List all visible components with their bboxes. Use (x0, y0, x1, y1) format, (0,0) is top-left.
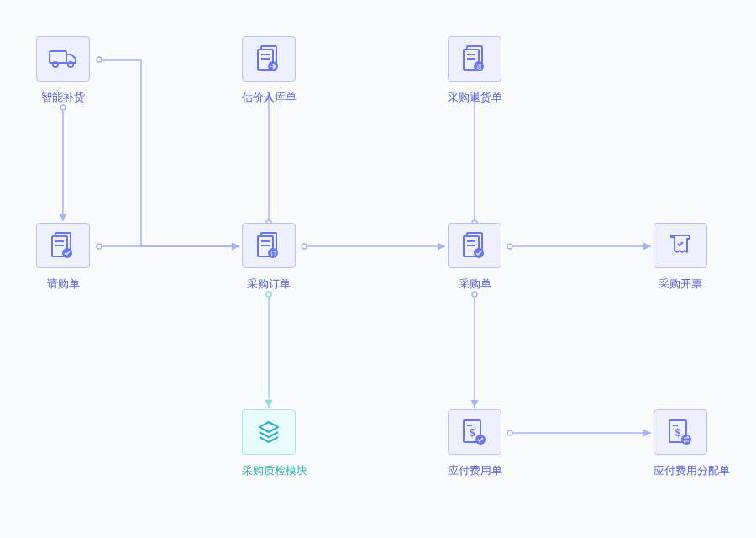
layers-icon (242, 409, 296, 455)
svg-text:退: 退 (476, 64, 482, 70)
svg-point-57 (681, 435, 691, 445)
receipt-icon (654, 223, 707, 268)
svg-point-3 (97, 244, 102, 249)
node-label: 采购单 (448, 277, 501, 292)
document-return-icon: 退 (448, 36, 501, 82)
node-label: 请购单 (36, 277, 90, 292)
svg-point-16 (472, 292, 477, 297)
node-valuation-receipt[interactable]: 估价入库单 (242, 36, 296, 105)
svg-point-22 (68, 62, 73, 67)
svg-point-8 (302, 244, 307, 249)
document-check-icon (36, 223, 90, 268)
document-money-transfer-icon: $ (654, 409, 707, 455)
node-label: 采购退货单 (448, 90, 501, 105)
flow-connections (0, 0, 756, 538)
node-label: 采购订单 (242, 277, 296, 292)
node-purchase-order[interactable]: 订 采购订单 (242, 223, 296, 292)
node-payable-alloc[interactable]: $ 应付费用分配单 (654, 409, 707, 478)
document-order-icon: 订 (242, 223, 296, 268)
svg-rect-20 (50, 51, 66, 63)
node-purchase-invoice[interactable]: 采购开票 (654, 223, 707, 292)
node-smart-replenish[interactable]: 智能补货 (36, 36, 90, 105)
node-label: 采购开票 (654, 277, 707, 292)
node-purchase-request[interactable]: 请购单 (36, 223, 90, 292)
svg-point-21 (53, 62, 58, 67)
svg-point-10 (266, 292, 271, 297)
document-arrow-icon (242, 36, 296, 82)
document-check-icon (448, 223, 501, 268)
svg-point-0 (60, 105, 66, 110)
node-payable-expense[interactable]: $ 应付费用单 (448, 409, 501, 478)
node-label: 智能补货 (36, 90, 90, 105)
document-money-check-icon: $ (448, 409, 501, 455)
node-label: 估价入库单 (242, 90, 296, 105)
node-label: 应付费用单 (448, 463, 501, 478)
node-label: 采购质检模块 (242, 463, 296, 478)
svg-point-2 (97, 57, 102, 62)
svg-text:$: $ (675, 427, 681, 439)
node-label: 应付费用分配单 (654, 463, 707, 478)
svg-text:订: 订 (270, 251, 276, 256)
svg-point-14 (507, 244, 512, 249)
svg-point-18 (507, 430, 512, 435)
svg-text:$: $ (470, 427, 475, 439)
node-purchase-qc[interactable]: 采购质检模块 (242, 409, 296, 478)
node-purchase-doc[interactable]: 采购单 (448, 223, 501, 292)
truck-icon (36, 36, 90, 82)
node-purchase-return[interactable]: 退 采购退货单 (448, 36, 501, 105)
